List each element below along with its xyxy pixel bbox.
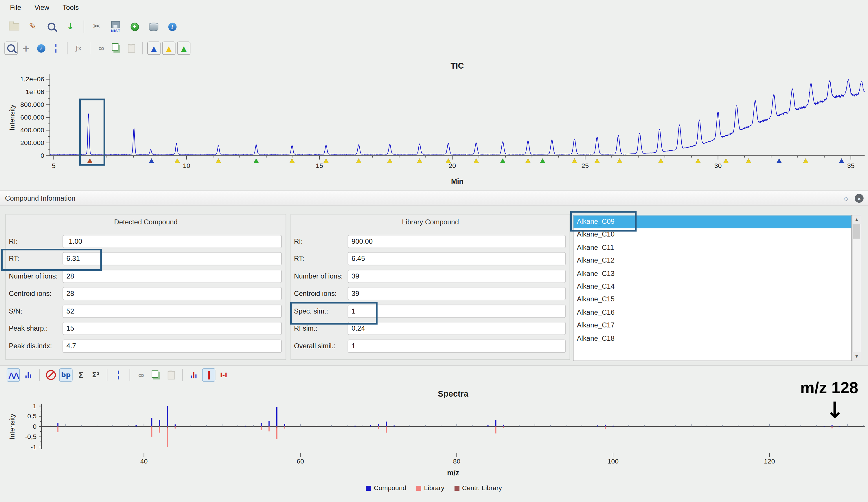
detected-compound-title: Detected Compound bbox=[6, 214, 286, 226]
save-nist-button[interactable]: NIST bbox=[107, 18, 124, 35]
field-value[interactable]: 28 bbox=[62, 269, 282, 283]
library-list-item[interactable]: Alkane_C15 bbox=[574, 293, 851, 306]
paste-button-2 bbox=[164, 368, 178, 381]
menu-view[interactable]: View bbox=[28, 2, 56, 14]
marker-yellow-button[interactable]: ▲ bbox=[162, 41, 176, 55]
legend-item: Centr. Library bbox=[454, 484, 502, 492]
line-marker-button[interactable] bbox=[202, 368, 215, 381]
scroll-up-icon[interactable]: ▲ bbox=[852, 215, 861, 224]
bars-icon bbox=[25, 372, 31, 378]
field-value[interactable]: 39 bbox=[348, 269, 566, 283]
legend-label: Library bbox=[424, 484, 444, 492]
range-marker-button[interactable]: I-I bbox=[217, 368, 230, 381]
compound-info-title: Compound Information bbox=[0, 195, 844, 202]
svg-text:80: 80 bbox=[453, 458, 461, 465]
compound-info-panel: Detected Compound RI:-1.00RT:6.31Number … bbox=[0, 206, 868, 366]
copy-button-2[interactable] bbox=[149, 368, 163, 381]
field-value[interactable]: 0.24 bbox=[348, 322, 566, 335]
toolbar-separator bbox=[84, 21, 84, 33]
spectra-xlabel: m/z bbox=[41, 469, 865, 477]
library-list-item[interactable]: Alkane_C12 bbox=[574, 255, 851, 267]
field-value[interactable]: 52 bbox=[62, 305, 282, 318]
field-value[interactable]: 900.00 bbox=[348, 235, 566, 248]
profile-spectrum-button[interactable]: ⋀⋀ bbox=[7, 368, 20, 381]
library-compound-list[interactable]: Alkane_C09Alkane_C10Alkane_C11Alkane_C12… bbox=[573, 215, 852, 361]
field-value[interactable]: 28 bbox=[62, 287, 282, 300]
magnifier-icon bbox=[48, 23, 55, 30]
function-button[interactable]: ƒx bbox=[72, 41, 85, 55]
edit-chromatogram-button[interactable]: ✎ bbox=[24, 18, 41, 35]
marker-blue-button[interactable]: ▲ bbox=[147, 41, 161, 55]
field-label: Centroid ions: bbox=[294, 290, 348, 298]
vertical-line-icon bbox=[55, 44, 56, 53]
svg-text:60: 60 bbox=[297, 458, 304, 465]
zoom-button[interactable] bbox=[43, 18, 60, 35]
cut-button[interactable]: ✂ bbox=[89, 18, 105, 35]
library-list-item[interactable]: Alkane_C13 bbox=[574, 267, 851, 280]
library-list-item[interactable]: Alkane_C16 bbox=[574, 306, 851, 319]
base-peak-button[interactable]: bp bbox=[59, 368, 73, 381]
import-button[interactable]: ↓ bbox=[62, 18, 79, 35]
sum-squared-button[interactable]: Σ² bbox=[89, 368, 102, 381]
field-value[interactable]: 4.7 bbox=[62, 339, 282, 352]
add-button[interactable]: + bbox=[126, 18, 143, 35]
move-button[interactable]: + bbox=[19, 41, 33, 55]
field-value[interactable]: 6.31 bbox=[62, 252, 282, 266]
field-value[interactable]: 1 bbox=[348, 339, 566, 352]
restore-icon[interactable]: ◇ bbox=[844, 195, 848, 202]
library-list-item[interactable]: Alkane_C14 bbox=[574, 280, 851, 293]
vertical-line-icon bbox=[118, 371, 119, 380]
chromatogram-toolbar: +iƒx∞▲▲▲ bbox=[4, 40, 192, 57]
centroid-spectrum-button[interactable] bbox=[22, 368, 35, 381]
toolbar-separator bbox=[90, 42, 90, 54]
field-value[interactable]: 15 bbox=[62, 322, 282, 335]
library-list-item[interactable]: Alkane_C11 bbox=[574, 242, 851, 255]
library-list-item[interactable]: Alkane_C18 bbox=[574, 332, 851, 345]
folder-icon bbox=[9, 23, 19, 30]
info-small-button[interactable]: i bbox=[34, 41, 48, 55]
paste-button bbox=[124, 41, 138, 55]
library-compound-group: Library Compound RI:900.00RT:6.45Number … bbox=[290, 214, 570, 360]
move-button-icon: + bbox=[22, 43, 30, 53]
profile-spectrum-button-icon: ⋀⋀ bbox=[8, 371, 18, 379]
close-icon[interactable]: × bbox=[855, 194, 864, 203]
svg-text:1,2e+06: 1,2e+06 bbox=[20, 75, 44, 83]
zoom-select-button[interactable] bbox=[4, 41, 18, 55]
marker-yellow-button-icon: ▲ bbox=[166, 44, 172, 52]
link-button-2[interactable]: ∞ bbox=[135, 368, 148, 381]
copy-button[interactable] bbox=[110, 41, 123, 55]
field-row: Spec. sim.:1 bbox=[291, 303, 569, 320]
marker-green-button[interactable]: ▲ bbox=[177, 41, 190, 55]
svg-text:0,5: 0,5 bbox=[27, 412, 37, 420]
spectra-chart[interactable]: 10,50-0,5-1406080100120 bbox=[0, 385, 868, 468]
annotation-arrow-icon: ↓ bbox=[826, 399, 844, 421]
library-list-item[interactable]: Alkane_C09 bbox=[574, 215, 851, 228]
field-value[interactable]: 1 bbox=[348, 305, 566, 318]
menu-bar: FileViewTools bbox=[0, 0, 868, 16]
info-button[interactable]: i bbox=[164, 18, 180, 35]
field-row: Peak sharp.:15 bbox=[6, 320, 286, 337]
scrollbar-thumb[interactable] bbox=[853, 224, 860, 239]
library-list-item[interactable]: Alkane_C10 bbox=[574, 228, 851, 242]
exclude-button[interactable] bbox=[44, 368, 58, 381]
copy-icon bbox=[112, 43, 118, 51]
database-button[interactable] bbox=[145, 18, 162, 35]
library-list-item[interactable]: Alkane_C17 bbox=[574, 319, 851, 332]
vertical-line-button-2[interactable] bbox=[112, 368, 125, 381]
svg-text:1e+06: 1e+06 bbox=[26, 88, 44, 95]
menu-file[interactable]: File bbox=[3, 2, 28, 14]
link-button[interactable]: ∞ bbox=[95, 41, 108, 55]
field-value[interactable]: -1.00 bbox=[62, 235, 282, 248]
bar-display-button[interactable] bbox=[187, 368, 200, 381]
vertical-line-button[interactable] bbox=[49, 41, 62, 55]
svg-text:40: 40 bbox=[140, 458, 148, 465]
field-row: RT:6.45 bbox=[291, 250, 569, 267]
field-label: RI: bbox=[294, 237, 348, 245]
scroll-down-icon[interactable]: ▼ bbox=[852, 352, 861, 361]
menu-tools[interactable]: Tools bbox=[56, 2, 85, 14]
list-scrollbar[interactable]: ▲ ▼ bbox=[852, 215, 862, 361]
field-value[interactable]: 39 bbox=[348, 287, 566, 300]
field-value[interactable]: 6.45 bbox=[348, 252, 566, 266]
tic-chart[interactable]: 1,2e+061e+06800.000600.000400.000200.000… bbox=[0, 58, 868, 175]
sum-button[interactable]: Σ bbox=[74, 368, 87, 381]
